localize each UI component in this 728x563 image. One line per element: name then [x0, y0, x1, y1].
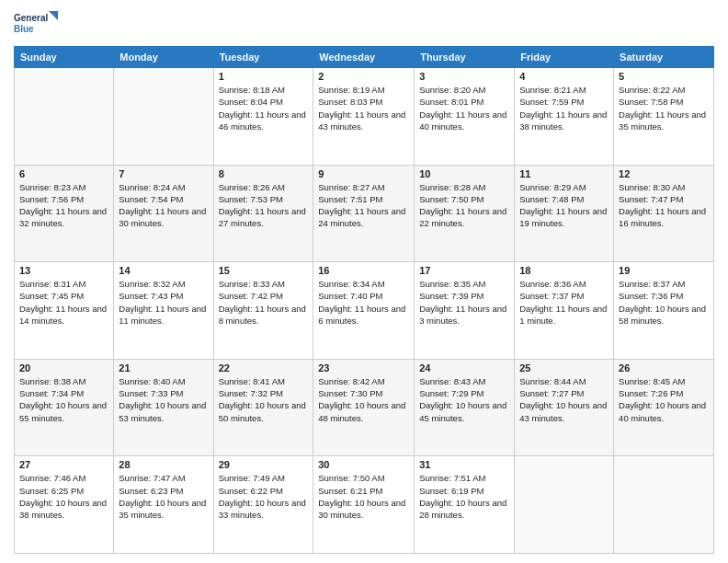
day-number: 5	[619, 71, 709, 82]
day-detail: Sunrise: 8:21 AM Sunset: 7:59 PM Dayligh…	[519, 84, 609, 132]
day-number: 2	[318, 71, 409, 82]
day-number: 4	[519, 71, 609, 82]
day-number: 14	[119, 265, 208, 276]
calendar-cell: 22Sunrise: 8:41 AM Sunset: 7:32 PM Dayli…	[213, 359, 313, 456]
day-detail: Sunrise: 7:46 AM Sunset: 6:25 PM Dayligh…	[19, 472, 108, 521]
day-number: 15	[219, 265, 309, 276]
day-number: 16	[318, 265, 409, 276]
day-number: 28	[119, 459, 208, 470]
calendar-cell: 13Sunrise: 8:31 AM Sunset: 7:45 PM Dayli…	[15, 262, 114, 360]
day-detail: Sunrise: 8:27 AM Sunset: 7:51 PM Dayligh…	[318, 181, 409, 230]
day-detail: Sunrise: 8:45 AM Sunset: 7:26 PM Dayligh…	[619, 375, 709, 424]
day-detail: Sunrise: 8:20 AM Sunset: 8:01 PM Dayligh…	[419, 84, 509, 132]
day-number: 11	[519, 168, 609, 179]
day-number: 9	[318, 168, 409, 179]
day-detail: Sunrise: 8:18 AM Sunset: 8:04 PM Dayligh…	[219, 84, 309, 132]
week-row-4: 20Sunrise: 8:38 AM Sunset: 7:34 PM Dayli…	[15, 359, 714, 456]
day-detail: Sunrise: 8:40 AM Sunset: 7:33 PM Dayligh…	[119, 375, 208, 424]
week-row-2: 6Sunrise: 8:23 AM Sunset: 7:56 PM Daylig…	[15, 165, 714, 262]
logo: General Blue	[14, 9, 60, 39]
calendar-cell: 14Sunrise: 8:32 AM Sunset: 7:43 PM Dayli…	[114, 262, 213, 360]
weekday-header-thursday: Thursday	[415, 47, 515, 68]
day-detail: Sunrise: 8:44 AM Sunset: 7:27 PM Dayligh…	[519, 375, 609, 424]
day-number: 26	[619, 362, 709, 373]
calendar-table: SundayMondayTuesdayWednesdayThursdayFrid…	[14, 46, 714, 554]
day-number: 23	[318, 362, 409, 373]
day-detail: Sunrise: 8:35 AM Sunset: 7:39 PM Dayligh…	[419, 278, 509, 327]
day-detail: Sunrise: 8:32 AM Sunset: 7:43 PM Dayligh…	[119, 278, 208, 327]
day-number: 10	[419, 168, 509, 179]
week-row-1: 1Sunrise: 8:18 AM Sunset: 8:04 PM Daylig…	[15, 68, 714, 166]
day-detail: Sunrise: 8:31 AM Sunset: 7:45 PM Dayligh…	[19, 278, 108, 327]
day-detail: Sunrise: 8:36 AM Sunset: 7:37 PM Dayligh…	[519, 278, 609, 327]
day-detail: Sunrise: 8:26 AM Sunset: 7:53 PM Dayligh…	[219, 181, 309, 230]
calendar-cell: 12Sunrise: 8:30 AM Sunset: 7:47 PM Dayli…	[614, 165, 714, 262]
calendar-cell	[614, 456, 714, 554]
day-number: 1	[219, 71, 309, 82]
day-detail: Sunrise: 8:34 AM Sunset: 7:40 PM Dayligh…	[318, 278, 409, 327]
day-number: 6	[19, 168, 108, 179]
calendar-cell: 8Sunrise: 8:26 AM Sunset: 7:53 PM Daylig…	[213, 165, 313, 262]
day-detail: Sunrise: 8:23 AM Sunset: 7:56 PM Dayligh…	[19, 181, 108, 230]
calendar-cell: 26Sunrise: 8:45 AM Sunset: 7:26 PM Dayli…	[614, 359, 714, 456]
calendar-cell: 18Sunrise: 8:36 AM Sunset: 7:37 PM Dayli…	[515, 262, 614, 360]
calendar-cell: 11Sunrise: 8:29 AM Sunset: 7:48 PM Dayli…	[515, 165, 614, 262]
header: General Blue	[14, 9, 714, 39]
day-detail: Sunrise: 8:28 AM Sunset: 7:50 PM Dayligh…	[419, 181, 509, 230]
day-detail: Sunrise: 8:24 AM Sunset: 7:54 PM Dayligh…	[119, 181, 208, 230]
calendar-cell: 19Sunrise: 8:37 AM Sunset: 7:36 PM Dayli…	[614, 262, 714, 360]
logo-svg: General Blue	[14, 9, 60, 39]
day-number: 7	[119, 168, 208, 179]
svg-text:General: General	[14, 13, 48, 23]
day-number: 30	[318, 459, 409, 470]
day-detail: Sunrise: 8:22 AM Sunset: 7:58 PM Dayligh…	[619, 84, 709, 132]
calendar-cell: 2Sunrise: 8:19 AM Sunset: 8:03 PM Daylig…	[313, 68, 415, 166]
day-detail: Sunrise: 8:41 AM Sunset: 7:32 PM Dayligh…	[219, 375, 309, 424]
day-number: 17	[419, 265, 509, 276]
calendar-cell: 31Sunrise: 7:51 AM Sunset: 6:19 PM Dayli…	[415, 456, 515, 554]
day-number: 19	[619, 265, 709, 276]
weekday-header-monday: Monday	[114, 47, 213, 68]
calendar-cell: 4Sunrise: 8:21 AM Sunset: 7:59 PM Daylig…	[515, 68, 614, 166]
day-number: 27	[19, 459, 108, 470]
day-number: 8	[219, 168, 309, 179]
calendar-cell	[114, 68, 213, 166]
day-number: 20	[19, 362, 108, 373]
page: General Blue SundayMondayTuesdayWednesda…	[0, 0, 728, 563]
day-number: 25	[519, 362, 609, 373]
weekday-header-row: SundayMondayTuesdayWednesdayThursdayFrid…	[15, 47, 714, 68]
weekday-header-tuesday: Tuesday	[213, 47, 313, 68]
calendar-cell: 23Sunrise: 8:42 AM Sunset: 7:30 PM Dayli…	[313, 359, 415, 456]
week-row-3: 13Sunrise: 8:31 AM Sunset: 7:45 PM Dayli…	[15, 262, 714, 360]
calendar-cell	[15, 68, 114, 166]
day-number: 3	[419, 71, 509, 82]
calendar-cell: 27Sunrise: 7:46 AM Sunset: 6:25 PM Dayli…	[15, 456, 114, 554]
svg-marker-2	[49, 11, 58, 20]
weekday-header-wednesday: Wednesday	[313, 47, 415, 68]
day-detail: Sunrise: 8:42 AM Sunset: 7:30 PM Dayligh…	[318, 375, 409, 424]
day-number: 31	[419, 459, 509, 470]
calendar-cell: 7Sunrise: 8:24 AM Sunset: 7:54 PM Daylig…	[114, 165, 213, 262]
calendar-cell: 24Sunrise: 8:43 AM Sunset: 7:29 PM Dayli…	[415, 359, 515, 456]
day-detail: Sunrise: 8:38 AM Sunset: 7:34 PM Dayligh…	[19, 375, 108, 424]
day-detail: Sunrise: 7:47 AM Sunset: 6:23 PM Dayligh…	[119, 472, 208, 521]
calendar-cell: 17Sunrise: 8:35 AM Sunset: 7:39 PM Dayli…	[415, 262, 515, 360]
day-detail: Sunrise: 8:19 AM Sunset: 8:03 PM Dayligh…	[318, 84, 409, 132]
day-number: 29	[219, 459, 309, 470]
weekday-header-saturday: Saturday	[614, 47, 714, 68]
day-detail: Sunrise: 8:33 AM Sunset: 7:42 PM Dayligh…	[219, 278, 309, 327]
calendar-cell: 6Sunrise: 8:23 AM Sunset: 7:56 PM Daylig…	[15, 165, 114, 262]
calendar-cell	[515, 456, 614, 554]
day-detail: Sunrise: 7:50 AM Sunset: 6:21 PM Dayligh…	[318, 472, 409, 521]
calendar-cell: 29Sunrise: 7:49 AM Sunset: 6:22 PM Dayli…	[213, 456, 313, 554]
calendar-cell: 16Sunrise: 8:34 AM Sunset: 7:40 PM Dayli…	[313, 262, 415, 360]
day-detail: Sunrise: 8:30 AM Sunset: 7:47 PM Dayligh…	[619, 181, 709, 230]
svg-text:Blue: Blue	[14, 24, 34, 34]
calendar-cell: 10Sunrise: 8:28 AM Sunset: 7:50 PM Dayli…	[415, 165, 515, 262]
calendar-cell: 9Sunrise: 8:27 AM Sunset: 7:51 PM Daylig…	[313, 165, 415, 262]
day-detail: Sunrise: 7:51 AM Sunset: 6:19 PM Dayligh…	[419, 472, 509, 521]
day-detail: Sunrise: 8:43 AM Sunset: 7:29 PM Dayligh…	[419, 375, 509, 424]
day-detail: Sunrise: 8:29 AM Sunset: 7:48 PM Dayligh…	[519, 181, 609, 230]
calendar-cell: 15Sunrise: 8:33 AM Sunset: 7:42 PM Dayli…	[213, 262, 313, 360]
calendar-cell: 20Sunrise: 8:38 AM Sunset: 7:34 PM Dayli…	[15, 359, 114, 456]
